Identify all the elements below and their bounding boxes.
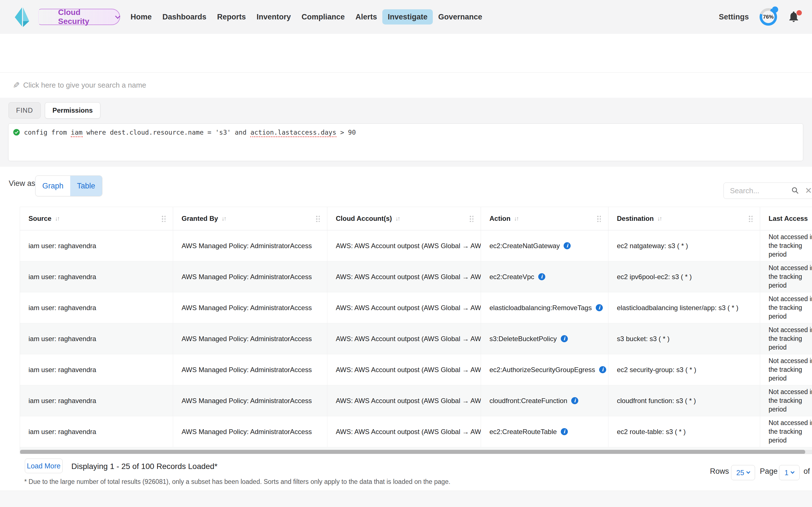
last-access-text: Not accessed in the tracking period bbox=[769, 356, 812, 383]
chevron-down-icon bbox=[115, 13, 120, 18]
nav-item-dashboards[interactable]: Dashboards bbox=[157, 9, 212, 24]
info-icon[interactable]: i bbox=[571, 397, 578, 404]
cell-action: cloudfront:CreateFunctioni bbox=[481, 385, 608, 416]
view-toggle-graph[interactable]: Graph bbox=[36, 176, 70, 196]
info-icon[interactable]: i bbox=[596, 304, 603, 311]
rows-per-page-value: 25 bbox=[737, 469, 744, 477]
cell-cloud-accounts: AWS: AWS Account outpost (AWS Global → A… bbox=[327, 292, 481, 323]
sort-icon[interactable]: ↓↑ bbox=[514, 215, 518, 222]
view-toggle-table[interactable]: Table bbox=[70, 176, 102, 196]
column-header-cloud-account-s-[interactable]: Cloud Account(s)↓↑ bbox=[327, 207, 481, 230]
cell-source: iam user: raghavendra bbox=[20, 385, 173, 416]
column-drag-handle-icon[interactable] bbox=[597, 215, 601, 222]
last-access-text: Not accessed in the tracking period bbox=[769, 264, 812, 290]
sort-icon[interactable]: ↓↑ bbox=[395, 215, 400, 222]
cloud-accounts-text: AWS: AWS Account outpost (AWS Global → A… bbox=[336, 242, 481, 250]
table-search-input[interactable] bbox=[730, 183, 789, 199]
source-text: iam user: raghavendra bbox=[29, 242, 96, 250]
info-icon[interactable]: i bbox=[538, 273, 545, 280]
nav-item-investigate[interactable]: Investigate bbox=[382, 9, 433, 24]
cell-source: iam user: raghavendra bbox=[20, 323, 173, 354]
granted-by-text: AWS Managed Policy: AdministratorAccess bbox=[182, 366, 312, 374]
table-row[interactable]: iam user: raghavendraAWS Managed Policy:… bbox=[20, 230, 812, 262]
column-drag-handle-icon[interactable] bbox=[315, 215, 320, 222]
nav-item-governance[interactable]: Governance bbox=[433, 9, 488, 24]
action-text: s3:DeleteBucketPolicy bbox=[490, 335, 557, 343]
search-icon[interactable] bbox=[792, 187, 799, 194]
query-token-lastaccess: action.lastaccess.days bbox=[250, 129, 336, 137]
column-header-source[interactable]: Source↓↑ bbox=[20, 207, 173, 230]
sort-icon[interactable]: ↓↑ bbox=[55, 215, 59, 222]
tab-find[interactable]: FIND bbox=[8, 102, 41, 119]
action-text: ec2:CreateRouteTable bbox=[490, 428, 557, 436]
cell-last-access: Not accessed in the tracking period bbox=[760, 416, 812, 447]
table-row[interactable]: iam user: raghavendraAWS Managed Policy:… bbox=[20, 416, 812, 447]
cloud-accounts-text: AWS: AWS Account outpost (AWS Global → A… bbox=[336, 273, 481, 281]
nav-item-compliance[interactable]: Compliance bbox=[296, 9, 350, 24]
table-row[interactable]: iam user: raghavendraAWS Managed Policy:… bbox=[20, 354, 812, 385]
nav-item-inventory[interactable]: Inventory bbox=[251, 9, 296, 24]
security-score-ring[interactable]: 76% bbox=[760, 8, 777, 25]
cell-destination: ec2 route-table: s3 ( * ) bbox=[608, 416, 760, 447]
info-icon[interactable]: i bbox=[599, 366, 606, 373]
info-icon[interactable]: i bbox=[564, 242, 571, 249]
table-row[interactable]: iam user: raghavendraAWS Managed Policy:… bbox=[20, 385, 812, 416]
page-select[interactable]: 1 bbox=[779, 465, 800, 480]
column-drag-handle-icon[interactable] bbox=[161, 215, 165, 222]
cell-granted-by: AWS Managed Policy: AdministratorAccess bbox=[173, 385, 327, 416]
table-row-partial bbox=[20, 447, 812, 450]
nav-item-alerts[interactable]: Alerts bbox=[350, 9, 383, 24]
cell-granted-by: AWS Managed Policy: AdministratorAccess bbox=[173, 230, 327, 261]
column-label: Source bbox=[29, 215, 51, 223]
tab-permissions[interactable]: Permissions bbox=[45, 102, 100, 119]
cell-last-access: Not accessed in the tracking period bbox=[760, 292, 812, 323]
cell-last-access: Not accessed in the tracking period bbox=[760, 354, 812, 385]
cloud-accounts-text: AWS: AWS Account outpost (AWS Global → A… bbox=[336, 366, 481, 374]
table-row[interactable]: iam user: raghavendraAWS Managed Policy:… bbox=[20, 292, 812, 323]
cell-cloud-accounts: AWS: AWS Account outpost (AWS Global → A… bbox=[327, 323, 481, 354]
last-access-text: Not accessed in the tracking period bbox=[769, 326, 812, 352]
granted-by-text: AWS Managed Policy: AdministratorAccess bbox=[182, 335, 312, 343]
notifications-button[interactable] bbox=[787, 10, 801, 24]
sort-icon[interactable]: ↓↑ bbox=[657, 215, 661, 222]
top-nav-bar: Cloud Security HomeDashboardsReportsInve… bbox=[0, 0, 812, 34]
search-name-placeholder: Click here to give your search a name bbox=[23, 81, 146, 90]
column-header-destination[interactable]: Destination↓↑ bbox=[608, 207, 760, 230]
column-label: Destination bbox=[617, 215, 654, 223]
cell-granted-by: AWS Managed Policy: AdministratorAccess bbox=[173, 262, 327, 292]
sort-icon[interactable]: ↓↑ bbox=[221, 215, 225, 222]
clear-search-icon[interactable]: ✕ bbox=[805, 186, 812, 195]
query-section: FIND Permissions config from iam where d… bbox=[0, 98, 812, 167]
column-drag-handle-icon[interactable] bbox=[469, 215, 473, 222]
nav-item-home[interactable]: Home bbox=[125, 9, 157, 24]
page-label: Page bbox=[760, 467, 777, 476]
column-header-granted-by[interactable]: Granted By↓↑ bbox=[173, 207, 327, 230]
settings-button[interactable]: Settings bbox=[719, 13, 749, 21]
column-header-action[interactable]: Action↓↑ bbox=[481, 207, 608, 230]
notification-badge bbox=[797, 10, 802, 15]
page: Cloud Security HomeDashboardsReportsInve… bbox=[0, 0, 812, 507]
destination-text: s3 bucket: s3 ( * ) bbox=[617, 335, 670, 343]
cell-granted-by: AWS Managed Policy: AdministratorAccess bbox=[173, 323, 327, 354]
nav-item-reports[interactable]: Reports bbox=[212, 9, 251, 24]
product-switcher-dropdown[interactable]: Cloud Security bbox=[38, 9, 120, 25]
load-more-button[interactable]: Load More bbox=[25, 459, 63, 473]
info-icon[interactable]: i bbox=[561, 335, 568, 342]
results-table: Source↓↑Granted By↓↑Cloud Account(s)↓↑Ac… bbox=[20, 207, 812, 454]
cell-last-access: Not accessed in the tracking period bbox=[760, 385, 812, 416]
table-row[interactable]: iam user: raghavendraAWS Managed Policy:… bbox=[20, 323, 812, 354]
column-drag-handle-icon[interactable] bbox=[748, 215, 753, 222]
info-icon[interactable]: i bbox=[561, 428, 568, 435]
scrollbar-thumb[interactable] bbox=[20, 450, 805, 454]
query-input[interactable]: config from iam where dest.cloud.resourc… bbox=[8, 123, 803, 161]
action-text: ec2:AuthorizeSecurityGroupEgress bbox=[490, 366, 595, 374]
table-row[interactable]: iam user: raghavendraAWS Managed Policy:… bbox=[20, 262, 812, 292]
top-right-controls: Settings 76% bbox=[719, 8, 801, 25]
view-toggle: Graph Table bbox=[35, 175, 102, 196]
column-header-last-access[interactable]: Last Access↓↑ bbox=[760, 207, 812, 230]
search-name-field[interactable]: ✎ Click here to give your search a name bbox=[0, 73, 812, 98]
action-text: ec2:CreateNatGateway bbox=[490, 242, 560, 250]
rows-per-page-select[interactable]: 25 bbox=[731, 465, 755, 480]
cell-granted-by: AWS Managed Policy: AdministratorAccess bbox=[173, 354, 327, 385]
cell-action: elasticloadbalancing:RemoveTagsi bbox=[481, 292, 608, 323]
